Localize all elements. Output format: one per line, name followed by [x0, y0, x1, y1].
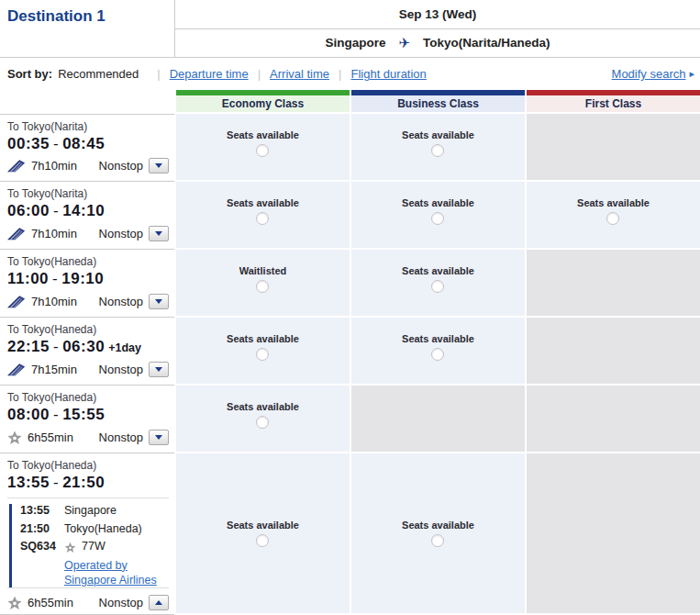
stops-label: Nonstop: [99, 596, 143, 609]
fare-select-radio[interactable]: [256, 280, 269, 293]
availability-label: Seats available: [402, 197, 474, 208]
time-separator: -: [53, 406, 59, 423]
origin-city: Singapore: [325, 36, 385, 50]
sort-option-departure-time[interactable]: Departure time: [170, 67, 249, 81]
flight-list: To Tokyo(Narita) 00:35-08:45 7h10min Non…: [0, 114, 700, 615]
expand-collapse-button[interactable]: [149, 294, 169, 309]
expand-collapse-button[interactable]: [149, 430, 169, 445]
availability-label: Seats available: [577, 197, 650, 208]
availability-cell: [527, 114, 700, 180]
flight-info: To Tokyo(Haneda) 22:15-06:30+1day 7h15mi…: [0, 318, 174, 386]
chevron-icon: [155, 600, 162, 605]
sort-option-recommended[interactable]: Recommended: [58, 67, 139, 81]
departure-time: 00:35: [7, 135, 50, 152]
flight-times: 11:00-19:10: [7, 270, 169, 288]
availability-label: Seats available: [402, 129, 474, 140]
flight-times: 06:00-14:10: [7, 202, 169, 220]
singapore-airlines-logo-icon: [7, 227, 26, 241]
expand-collapse-button[interactable]: [149, 595, 169, 610]
expand-collapse-button[interactable]: [149, 226, 169, 241]
availability-label: Seats available: [227, 129, 299, 140]
flight-detail-panel: 13:55 Singapore 21:50 Tokyo(Haneda) SQ63…: [7, 498, 169, 587]
availability-cell: [527, 318, 700, 384]
modify-search-link[interactable]: Modify search: [612, 67, 686, 81]
fare-select-radio[interactable]: [256, 212, 269, 225]
availability-cell: [527, 453, 700, 613]
flight-info: To Tokyo(Haneda) 08:00-15:55 6h55min Non…: [0, 386, 174, 453]
fare-select-radio[interactable]: [256, 416, 269, 429]
flight-destination-label: To Tokyo(Narita): [7, 187, 169, 200]
flight-row: To Tokyo(Haneda) 11:00-19:10 7h10min Non…: [0, 250, 700, 318]
availability-cell: Seats available: [351, 318, 525, 384]
expand-collapse-button[interactable]: [149, 158, 169, 173]
fare-select-radio[interactable]: [431, 144, 444, 157]
flight-meta-row: 6h55min Nonstop: [7, 430, 169, 445]
operated-by-link[interactable]: Operated by Singapore Airlines: [64, 559, 157, 587]
plus-day: +1day: [108, 341, 141, 354]
class-label: Business Class: [351, 95, 525, 112]
availability-label: Seats available: [227, 401, 299, 412]
stops-label: Nonstop: [99, 430, 143, 444]
availability-cell: Seats available: [351, 453, 525, 613]
flight-duration: 7h10min: [31, 227, 77, 240]
singapore-airlines-logo-icon: [7, 159, 26, 173]
fare-select-radio[interactable]: [431, 348, 444, 361]
airplane-icon: ✈: [398, 35, 410, 51]
availability-cell: [351, 386, 525, 452]
page-title: Destination 1: [7, 7, 174, 26]
availability-cell: Seats available: [176, 453, 350, 613]
availability-cell: Seats available: [176, 386, 350, 452]
flight-times: 08:00-15:55: [7, 406, 169, 424]
stops-label: Nonstop: [99, 159, 143, 173]
arrival-time: 21:50: [62, 474, 105, 491]
departure-time: 22:15: [7, 338, 50, 355]
flight-times: 13:55-21:50: [7, 474, 169, 492]
chevron-icon: [155, 435, 162, 440]
time-separator: -: [53, 202, 59, 219]
availability-cell: Seats available: [176, 114, 350, 180]
flight-meta-row: 6h55min Nonstop: [7, 587, 169, 610]
availability-cell: Seats available: [176, 182, 350, 248]
flight-duration: 7h15min: [31, 363, 77, 376]
flight-duration: 7h10min: [31, 159, 77, 173]
fare-select-radio[interactable]: [256, 144, 269, 157]
fare-cells: Waitlisted Seats available: [174, 250, 700, 318]
sort-bar: Sort by: Recommended | Departure time | …: [0, 58, 700, 90]
chevron-icon: [155, 299, 162, 304]
flight-meta-row: 7h10min Nonstop: [7, 294, 169, 309]
detail-flight-number: SQ634: [20, 540, 64, 554]
class-header-row: Economy Class Business Class First Class: [0, 90, 700, 112]
class-label: First Class: [527, 95, 700, 112]
class-label: Economy Class: [176, 95, 350, 112]
arrival-time: 19:10: [61, 270, 104, 287]
fare-select-radio[interactable]: [431, 212, 444, 225]
flight-row: To Tokyo(Haneda) 08:00-15:55 6h55min Non…: [0, 386, 700, 453]
flight-row: To Tokyo(Haneda) 22:15-06:30+1day 7h15mi…: [0, 318, 700, 386]
fare-select-radio[interactable]: [606, 212, 619, 225]
modify-search-arrow-icon: ▸: [689, 68, 694, 80]
fare-select-radio[interactable]: [256, 348, 269, 361]
availability-cell: [527, 250, 700, 316]
flight-info: To Tokyo(Narita) 00:35-08:45 7h10min Non…: [0, 114, 174, 182]
flight-destination-label: To Tokyo(Narita): [7, 120, 169, 133]
availability-label: Seats available: [227, 333, 299, 344]
flight-times: 00:35-08:45: [7, 135, 169, 153]
star-alliance-icon: [64, 542, 76, 554]
flight-row: To Tokyo(Narita) 06:00-14:10 7h10min Non…: [0, 182, 700, 250]
stops-label: Nonstop: [99, 227, 143, 240]
divider: |: [339, 67, 341, 81]
arrival-time: 08:45: [62, 135, 105, 152]
singapore-airlines-logo-icon: [7, 295, 26, 309]
sort-option-arrival-time[interactable]: Arrival time: [270, 67, 329, 81]
divider: |: [258, 67, 261, 81]
flight-destination-label: To Tokyo(Haneda): [7, 323, 169, 336]
sort-option-flight-duration[interactable]: Flight duration: [350, 67, 426, 81]
flight-times: 22:15-06:30+1day: [7, 338, 169, 356]
flight-destination-label: To Tokyo(Haneda): [7, 391, 169, 404]
expand-collapse-button[interactable]: [149, 362, 169, 377]
class-column-header: First Class: [527, 90, 700, 112]
stops-label: Nonstop: [99, 295, 143, 308]
fare-select-radio[interactable]: [431, 534, 444, 547]
fare-select-radio[interactable]: [431, 280, 444, 293]
fare-select-radio[interactable]: [256, 534, 269, 547]
